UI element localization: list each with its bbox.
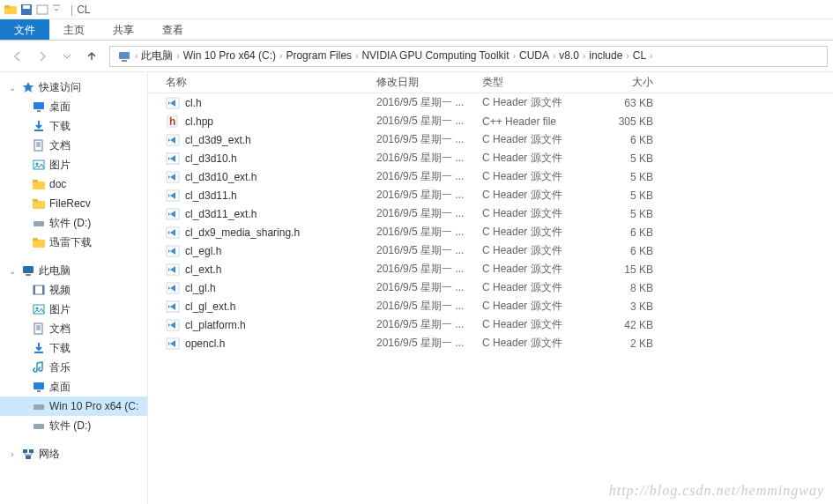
file-date: 2016/9/5 星期一 ... (376, 263, 464, 275)
file-row[interactable]: opencl.h2016/9/5 星期一 ...C Header 源文件2 KB (148, 334, 833, 352)
tab-home[interactable]: 主页 (49, 19, 99, 40)
tab-view[interactable]: 查看 (148, 19, 197, 40)
column-type[interactable]: 类型 (477, 75, 583, 90)
save-icon[interactable] (19, 3, 33, 17)
breadcrumb-segment[interactable]: Program Files (282, 49, 355, 62)
file-list-pane[interactable]: 名称 修改日期 类型 大小 cl.h2016/9/5 星期一 ...C Head… (148, 72, 833, 504)
tab-file[interactable]: 文件 (0, 19, 49, 40)
file-name: cl.hpp (185, 115, 213, 128)
title-bar: | CL (0, 0, 833, 19)
file-row[interactable]: cl_d3d10_ext.h2016/9/5 星期一 ...C Header 源… (148, 167, 833, 186)
sidebar-item[interactable]: 软件 (D:) (0, 213, 147, 233)
file-name: cl_d3d10_ext.h (185, 171, 257, 183)
column-size[interactable]: 大小 (583, 75, 658, 90)
file-row[interactable]: cl_d3d9_ext.h2016/9/5 星期一 ...C Header 源文… (148, 130, 833, 149)
file-size: 3 KB (630, 300, 653, 313)
file-row[interactable]: cl.h2016/9/5 星期一 ...C Header 源文件63 KB (148, 93, 833, 112)
file-row[interactable]: cl_egl.h2016/9/5 星期一 ...C Header 源文件6 KB (148, 241, 833, 260)
file-row[interactable]: cl_dx9_media_sharing.h2016/9/5 星期一 ...C … (148, 223, 833, 241)
star-icon (21, 80, 35, 94)
sidebar-item[interactable]: 文档 (0, 319, 147, 338)
breadcrumb-segment[interactable]: NVIDIA GPU Computing Toolkit (358, 49, 512, 62)
svg-rect-26 (42, 285, 44, 294)
svg-point-34 (41, 406, 43, 408)
drive-icon (32, 399, 46, 413)
sidebar-item[interactable]: 迅雷下载 (0, 233, 147, 252)
network[interactable]: › 网络 (0, 444, 147, 463)
sidebar-item[interactable]: 图片 (0, 300, 147, 319)
up-button[interactable] (81, 46, 102, 67)
file-type: C Header 源文件 (482, 226, 562, 238)
file-type: C Header 源文件 (482, 207, 562, 219)
this-pc-group: ⌄ 此电脑 视频图片文档下载音乐桌面Win 10 Pro x64 (C:软件 (… (0, 261, 147, 435)
svg-rect-37 (23, 449, 27, 453)
expand-icon[interactable]: ⌄ (7, 266, 18, 276)
music-icon (32, 360, 46, 374)
sidebar-item[interactable]: 桌面 (0, 377, 147, 397)
file-row[interactable]: cl_gl_ext.h2016/9/5 星期一 ...C Header 源文件3… (148, 297, 833, 315)
file-row[interactable]: hcl.hpp2016/9/5 星期一 ...C++ Header file30… (148, 112, 833, 130)
breadcrumb-segment[interactable]: include (585, 49, 626, 62)
qat-dropdown-icon[interactable] (51, 3, 65, 17)
file-icon (166, 189, 180, 203)
quick-access[interactable]: ⌄ 快速访问 (0, 78, 147, 97)
sidebar-item[interactable]: 图片 (0, 155, 147, 174)
sidebar-item[interactable]: 软件 (D:) (0, 416, 147, 435)
sidebar-item[interactable]: FileRecv (0, 194, 147, 213)
sidebar-item[interactable]: 桌面 (0, 97, 147, 116)
file-icon (166, 133, 180, 147)
navigation-pane[interactable]: ⌄ 快速访问 桌面下载文档图片docFileRecv软件 (D:)迅雷下载 ⌄ … (0, 72, 148, 504)
breadcrumb-segment[interactable]: Win 10 Pro x64 (C:) (180, 49, 279, 62)
file-row[interactable]: cl_gl.h2016/9/5 星期一 ...C Header 源文件8 KB (148, 278, 833, 297)
sidebar-item[interactable]: 音乐 (0, 358, 147, 377)
file-type: C++ Header file (482, 115, 556, 128)
sidebar-item[interactable]: Win 10 Pro x64 (C: (0, 397, 147, 416)
file-date: 2016/9/5 星期一 ... (376, 170, 464, 182)
expand-icon[interactable]: › (7, 449, 18, 459)
tab-share[interactable]: 共享 (99, 19, 148, 40)
file-type: C Header 源文件 (482, 244, 562, 256)
expand-icon[interactable]: ⌄ (7, 83, 18, 93)
file-row[interactable]: cl_platform.h2016/9/5 星期一 ...C Header 源文… (148, 315, 833, 334)
svg-point-28 (36, 308, 39, 310)
recent-dropdown[interactable] (56, 46, 78, 67)
breadcrumb-segment[interactable]: CUDA (516, 49, 553, 62)
column-date[interactable]: 修改日期 (371, 75, 477, 90)
file-name: cl_d3d11_ext.h (185, 208, 257, 220)
breadcrumb-segment[interactable]: 此电脑 (138, 49, 176, 62)
file-date: 2016/9/5 星期一 ... (376, 133, 464, 145)
sidebar-item-label: 图片 (49, 158, 71, 173)
window-title: CL (77, 4, 90, 16)
file-name: cl_d3d9_ext.h (185, 134, 251, 146)
svg-rect-38 (29, 449, 33, 453)
file-size: 5 KB (630, 171, 653, 183)
file-size: 5 KB (630, 152, 653, 165)
file-date: 2016/9/5 星期一 ... (376, 207, 464, 219)
title-separator: | (71, 4, 73, 16)
props-icon[interactable] (35, 3, 49, 17)
breadcrumb-segment[interactable]: v8.0 (555, 49, 583, 62)
file-icon: h (166, 115, 180, 129)
file-size: 5 KB (630, 208, 653, 220)
file-name: cl_dx9_media_sharing.h (185, 226, 300, 239)
sidebar-item[interactable]: doc (0, 174, 147, 194)
breadcrumb[interactable]: › 此电脑›Win 10 Pro x64 (C:)›Program Files›… (109, 46, 828, 67)
file-row[interactable]: cl_d3d11.h2016/9/5 星期一 ...C Header 源文件5 … (148, 186, 833, 204)
breadcrumb-segment[interactable]: CL (629, 49, 650, 62)
svg-point-19 (41, 223, 43, 225)
file-row[interactable]: cl_ext.h2016/9/5 星期一 ...C Header 源文件15 K… (148, 260, 833, 278)
forward-button[interactable] (32, 46, 53, 67)
column-name[interactable]: 名称 (148, 75, 371, 90)
file-name: cl_d3d10.h (185, 152, 237, 165)
this-pc[interactable]: ⌄ 此电脑 (0, 261, 147, 280)
sidebar-item[interactable]: 下载 (0, 338, 147, 358)
sidebar-item[interactable]: 视频 (0, 280, 147, 300)
chevron-right-icon[interactable]: › (650, 51, 652, 61)
sidebar-item[interactable]: 文档 (0, 136, 147, 155)
back-button[interactable] (7, 46, 28, 67)
file-name: cl_platform.h (185, 319, 246, 331)
file-row[interactable]: cl_d3d10.h2016/9/5 星期一 ...C Header 源文件5 … (148, 149, 833, 167)
file-row[interactable]: cl_d3d11_ext.h2016/9/5 星期一 ...C Header 源… (148, 204, 833, 223)
file-type: C Header 源文件 (482, 281, 562, 293)
sidebar-item[interactable]: 下载 (0, 116, 147, 136)
